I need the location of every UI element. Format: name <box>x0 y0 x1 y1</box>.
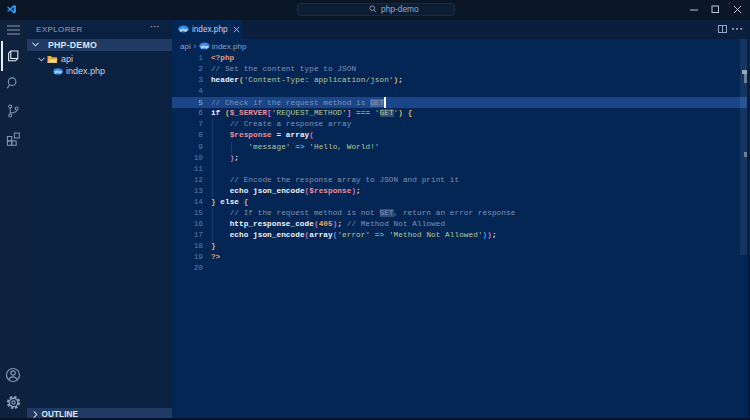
svg-text:php: php <box>180 27 188 32</box>
svg-text:php: php <box>54 70 62 74</box>
svg-text:php: php <box>200 44 208 49</box>
